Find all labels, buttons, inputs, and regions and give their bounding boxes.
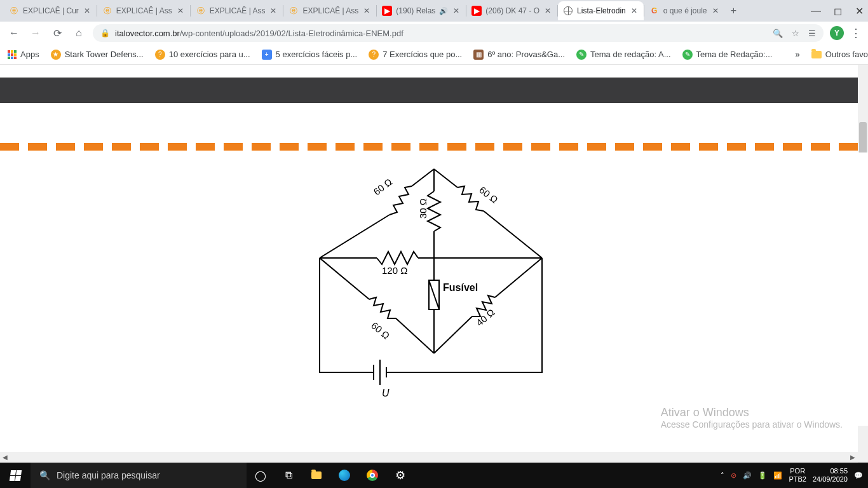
tab-title: EXPLICAÊ | Cur xyxy=(23,6,79,15)
reading-list-icon[interactable]: ☰ xyxy=(808,29,816,38)
site-icon: ✎ xyxy=(576,50,587,60)
explicae-icon: ⓔ xyxy=(288,6,299,16)
other-bookmarks[interactable]: Outros favoritos xyxy=(811,50,868,59)
menu-button[interactable]: ⋮ xyxy=(850,26,862,40)
scroll-left-icon[interactable]: ◀ xyxy=(0,452,10,462)
tab-google-search[interactable]: G o que é joule ✕ xyxy=(644,1,725,20)
explicae-icon: ⓔ xyxy=(102,6,112,16)
tab-title: EXPLICAÊ | Ass xyxy=(210,6,266,15)
tab-lista-eletrodin[interactable]: Lista-Eletrodin ✕ xyxy=(558,1,644,20)
tray-expand-icon[interactable]: ˄ xyxy=(721,471,724,480)
bookmark-item[interactable]: ★ Stark Tower Defens... xyxy=(51,50,144,60)
volume-icon[interactable]: 🔊 xyxy=(743,471,752,480)
site-icon: ? xyxy=(155,50,165,60)
close-icon[interactable]: ✕ xyxy=(543,6,552,15)
file-explorer-button[interactable] xyxy=(302,463,330,488)
reload-button[interactable]: ⟳ xyxy=(50,25,65,41)
search-placeholder: Digite aqui para pesquisar xyxy=(57,470,160,480)
horizontal-scrollbar[interactable]: ◀ ▶ xyxy=(0,452,858,462)
bookmark-item[interactable]: ✎ Tema de redação: A... xyxy=(576,50,670,60)
site-icon: + xyxy=(262,50,272,60)
bookmarks-overflow[interactable]: » xyxy=(795,50,799,59)
back-button[interactable]: ← xyxy=(6,25,22,41)
bookmark-label: 5 exercícios fáceis p... xyxy=(276,50,358,59)
site-icon: ✎ xyxy=(682,50,693,60)
tab-title: Lista-Eletrodin xyxy=(577,6,626,15)
bookmark-item[interactable]: + 5 exercícios fáceis p... xyxy=(262,50,358,60)
apps-icon xyxy=(8,50,17,59)
security-icon[interactable]: ⊘ xyxy=(731,471,736,480)
svg-line-4 xyxy=(320,215,390,258)
site-icon: ? xyxy=(369,50,379,60)
audio-icon[interactable]: 🔊 xyxy=(439,7,448,15)
tab-explicae-2[interactable]: ⓔ EXPLICAÊ | Ass ✕ xyxy=(97,1,190,20)
tab-strip: ⓔ EXPLICAÊ | Cur ✕ ⓔ EXPLICAÊ | Ass ✕ ⓔ … xyxy=(0,0,868,22)
bookmark-item[interactable]: ? 7 Exercícios que po... xyxy=(369,50,462,60)
edge-button[interactable] xyxy=(330,463,358,488)
scroll-right-icon[interactable]: ▶ xyxy=(848,452,858,462)
new-tab-button[interactable]: + xyxy=(725,2,743,20)
wifi-icon[interactable]: 📶 xyxy=(773,471,782,480)
globe-icon xyxy=(563,6,573,16)
close-icon[interactable]: ✕ xyxy=(711,6,720,15)
tab-title: EXPLICAÊ | Ass xyxy=(302,6,358,15)
voltage-label: U xyxy=(382,388,390,398)
bookmark-label: Tema de Redação:... xyxy=(696,50,773,59)
start-button[interactable] xyxy=(0,463,31,488)
bookmark-item[interactable]: ▦ 6º ano: Provas&Ga... xyxy=(473,50,565,60)
site-icon: ▦ xyxy=(473,50,484,60)
bookmark-label: Tema de redação: A... xyxy=(590,50,670,59)
resistor-label: 60 Ω xyxy=(371,176,394,197)
bookmark-label: 10 exercícios para u... xyxy=(169,50,250,59)
explicae-icon: ⓔ xyxy=(9,6,19,16)
close-icon[interactable]: ✕ xyxy=(362,6,371,15)
settings-button[interactable]: ⚙ xyxy=(386,463,414,488)
tab-explicae-4[interactable]: ⓔ EXPLICAÊ | Ass ✕ xyxy=(283,1,376,20)
resistor-label: 30 Ω xyxy=(417,198,428,219)
tab-explicae-3[interactable]: ⓔ EXPLICAÊ | Ass ✕ xyxy=(191,1,283,20)
chrome-button[interactable] xyxy=(358,463,386,488)
apps-shortcut[interactable]: Apps xyxy=(8,50,39,59)
close-window-button[interactable]: ✕ xyxy=(854,6,864,16)
forward-button[interactable]: → xyxy=(28,25,43,41)
taskbar-search[interactable]: 🔍 Digite aqui para pesquisar xyxy=(31,463,247,488)
clock[interactable]: 08:55 24/09/2020 xyxy=(813,467,848,484)
close-icon[interactable]: ✕ xyxy=(269,6,278,15)
bookmark-item[interactable]: ? 10 exercícios para u... xyxy=(155,50,250,60)
site-icon: ★ xyxy=(51,50,61,60)
close-icon[interactable]: ✕ xyxy=(452,6,461,15)
star-icon[interactable]: ☆ xyxy=(792,29,799,38)
resistor-label: 60 Ω xyxy=(369,320,392,341)
youtube-icon: ▶ xyxy=(471,6,482,16)
tab-youtube-2[interactable]: ▶ (206) DK 47 - O ✕ xyxy=(466,1,557,20)
cortana-button[interactable]: ◯ xyxy=(247,463,275,488)
maximize-button[interactable]: ◻ xyxy=(832,6,843,16)
zoom-icon[interactable]: 🔍 xyxy=(773,29,783,38)
tab-title: (190) Relas xyxy=(396,6,435,15)
home-button[interactable]: ⌂ xyxy=(71,25,86,41)
task-view-button[interactable]: ⧉ xyxy=(275,463,302,488)
tab-youtube-1[interactable]: ▶ (190) Relas 🔊 ✕ xyxy=(377,1,466,20)
svg-line-10 xyxy=(434,316,472,353)
language-indicator[interactable]: POR PTB2 xyxy=(789,467,806,484)
address-bar[interactable]: 🔒 italovector.com.br/wp-content/uploads/… xyxy=(93,24,824,42)
close-icon[interactable]: ✕ xyxy=(83,6,92,15)
pdf-toolbar[interactable] xyxy=(0,78,868,103)
notifications-button[interactable]: 💬 xyxy=(854,471,863,480)
resistor-label: 60 Ω xyxy=(477,184,500,205)
bookmark-label: 7 Exercícios que po... xyxy=(383,50,462,59)
browser-toolbar: ← → ⟳ ⌂ 🔒 italovector.com.br/wp-content/… xyxy=(0,22,868,44)
page-viewport: U xyxy=(0,65,868,463)
tab-explicae-1[interactable]: ⓔ EXPLICAÊ | Cur ✕ xyxy=(4,1,97,20)
profile-avatar[interactable]: Y xyxy=(830,26,844,40)
bookmark-item[interactable]: ✎ Tema de Redação:... xyxy=(682,50,773,60)
fuse-label: Fusível xyxy=(443,282,478,293)
close-icon[interactable]: ✕ xyxy=(630,6,639,15)
explicae-icon: ⓔ xyxy=(196,6,206,16)
close-icon[interactable]: ✕ xyxy=(176,6,185,15)
system-tray[interactable]: ⊘ 🔊 🔋 📶 xyxy=(731,471,782,480)
svg-line-7 xyxy=(320,258,369,299)
decorative-bar xyxy=(0,141,868,152)
battery-icon[interactable]: 🔋 xyxy=(758,471,767,480)
minimize-button[interactable]: — xyxy=(811,6,821,16)
